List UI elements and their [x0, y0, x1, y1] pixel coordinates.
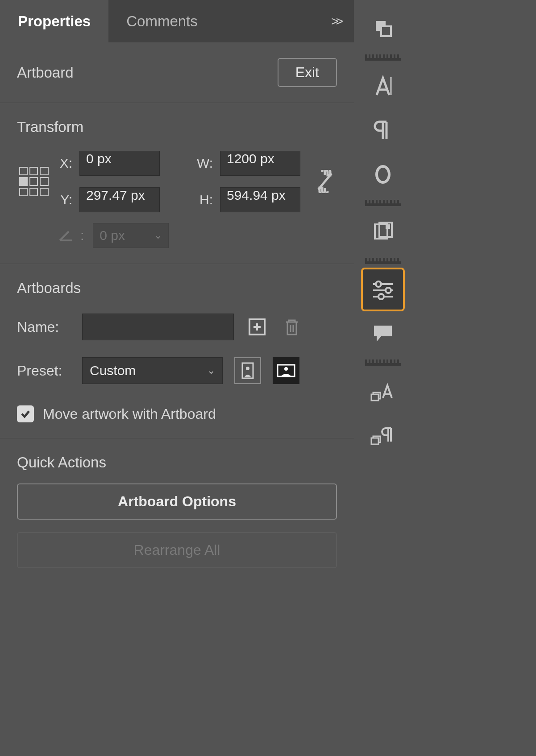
panel-dock: [357, 0, 409, 756]
exit-button[interactable]: Exit: [278, 58, 337, 87]
move-artwork-checkbox-row[interactable]: Move artwork with Artboard: [17, 405, 337, 422]
x-label: X:: [55, 156, 75, 171]
dock-character-button[interactable]: [363, 66, 403, 106]
rearrange-all-button: Rearrange All: [17, 532, 337, 568]
svg-point-5: [284, 367, 288, 371]
paragraph-style-icon: [370, 424, 395, 446]
landscape-icon: [277, 364, 295, 378]
chevron-down-icon: ⌄: [207, 365, 215, 376]
dock-paragraph-button[interactable]: [363, 110, 403, 150]
svg-rect-22: [371, 438, 378, 444]
check-icon: [20, 409, 31, 419]
section-quick-actions: Quick Actions Artboard Options Rearrange…: [0, 438, 354, 584]
svg-point-18: [378, 294, 384, 299]
dock-separator: [365, 203, 401, 206]
new-artboard-button[interactable]: [245, 315, 269, 339]
dock-arrange-button[interactable]: [363, 8, 403, 48]
svg-rect-12: [386, 224, 390, 229]
sliders-icon: [370, 279, 395, 300]
dock-paragraph-styles-button[interactable]: [363, 415, 403, 455]
link-broken-icon: [316, 170, 334, 193]
artboard-options-button[interactable]: Artboard Options: [17, 483, 337, 520]
quick-actions-title: Quick Actions: [17, 454, 337, 471]
portrait-icon: [241, 362, 255, 379]
dock-character-styles-button[interactable]: [363, 371, 403, 411]
svg-point-17: [386, 288, 391, 293]
section-artboard-header: Artboard Exit: [0, 42, 354, 103]
plus-square-icon: [248, 318, 266, 336]
dock-opentype-button[interactable]: [363, 153, 403, 194]
tab-properties[interactable]: Properties: [0, 0, 108, 42]
move-artwork-label: Move artwork with Artboard: [43, 406, 216, 422]
artboards-title: Artboards: [17, 280, 337, 297]
artboard-name-input[interactable]: [82, 314, 234, 340]
preset-select[interactable]: Custom ⌄: [82, 357, 223, 384]
dock-separator: [365, 363, 401, 366]
character-a-icon: [372, 74, 394, 98]
collapse-panel-button[interactable]: >>: [331, 0, 354, 42]
rotate-input: 0 px ⌄: [93, 223, 169, 248]
svg-point-9: [377, 166, 389, 182]
dock-properties-button[interactable]: [363, 269, 403, 310]
rotate-label: :: [80, 228, 87, 243]
svg-point-3: [246, 367, 249, 370]
constrain-proportions-toggle[interactable]: [305, 170, 345, 193]
svg-point-16: [376, 281, 381, 287]
transform-title: Transform: [17, 119, 337, 136]
preset-value: Custom: [90, 363, 136, 378]
panel-tab-bar: Properties Comments >>: [0, 0, 354, 42]
svg-rect-20: [371, 394, 378, 401]
svg-line-0: [318, 174, 332, 190]
y-input[interactable]: 297.47 px: [79, 187, 160, 212]
w-label: W:: [195, 156, 216, 171]
opentype-o-icon: [372, 162, 394, 185]
orientation-landscape-button[interactable]: [273, 357, 299, 384]
speech-bubble-icon: [371, 323, 395, 343]
overlap-squares-icon: [372, 17, 394, 39]
artboards-icon: [372, 221, 394, 242]
name-label: Name:: [17, 319, 71, 335]
dock-comments-button[interactable]: [363, 313, 403, 353]
delete-artboard-button: [280, 315, 303, 339]
rotate-value: 0 px: [100, 228, 125, 243]
dock-separator: [365, 58, 401, 61]
dock-separator: [365, 261, 401, 264]
move-artwork-checkbox[interactable]: [17, 405, 34, 422]
y-label: Y:: [55, 192, 75, 207]
chevron-right-double-icon: >>: [331, 14, 341, 29]
w-input[interactable]: 1200 px: [220, 151, 300, 176]
h-label: H:: [195, 192, 216, 207]
tab-comments[interactable]: Comments: [108, 0, 216, 42]
h-input[interactable]: 594.94 px: [220, 187, 300, 212]
preset-label: Preset:: [17, 363, 71, 379]
dock-artboards-button[interactable]: [363, 211, 403, 252]
reference-point-selector[interactable]: [17, 167, 50, 196]
angle-icon: [58, 229, 74, 242]
section-transform: Transform X: 0 px W: 1200 px: [0, 103, 354, 264]
panel-title: Artboard: [17, 64, 74, 81]
x-input[interactable]: 0 px: [79, 151, 160, 176]
trash-icon: [283, 318, 300, 336]
character-style-icon: [370, 380, 395, 402]
svg-rect-7: [381, 26, 391, 36]
reference-point-grid-icon: [19, 167, 49, 196]
section-artboards: Artboards Name: Preset: Custom ⌄: [0, 264, 354, 438]
pilcrow-icon: [373, 118, 393, 141]
rotate-row: : 0 px ⌄: [17, 223, 337, 248]
properties-panel: Properties Comments >> Artboard Exit Tra…: [0, 0, 354, 756]
orientation-portrait-button[interactable]: [234, 357, 261, 384]
chevron-down-icon: ⌄: [154, 230, 162, 241]
